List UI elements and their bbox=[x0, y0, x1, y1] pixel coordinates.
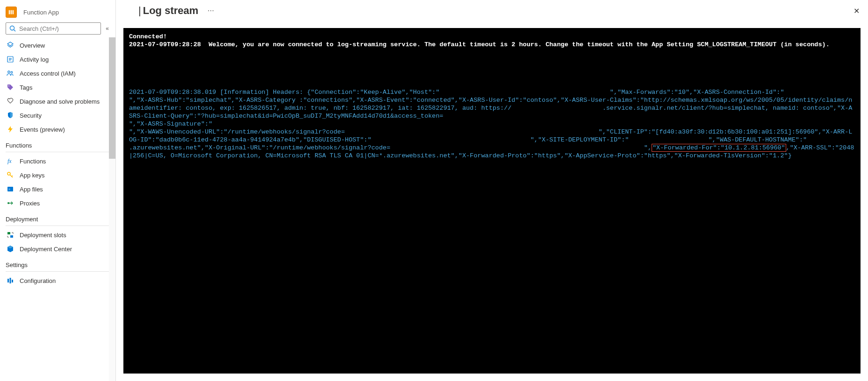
svg-point-7 bbox=[11, 71, 13, 73]
section-title-deployment: Deployment bbox=[0, 211, 115, 226]
divider bbox=[6, 226, 110, 226]
nav-label: Configuration bbox=[20, 277, 56, 284]
svg-point-8 bbox=[8, 85, 9, 86]
svg-text:=: = bbox=[8, 188, 10, 191]
sidebar-item-overview[interactable]: Overview bbox=[0, 38, 115, 52]
functions-icon: fx bbox=[7, 157, 14, 165]
function-app-icon bbox=[6, 7, 17, 18]
more-actions-button[interactable]: ⋯ bbox=[208, 7, 214, 14]
main-content: | Log stream ⋯ ✕ Connected! 2021-07-09T0… bbox=[116, 0, 868, 381]
svg-line-1 bbox=[14, 30, 16, 32]
page-title: Log stream bbox=[143, 5, 199, 17]
svg-point-15 bbox=[7, 202, 9, 204]
events-icon bbox=[7, 126, 14, 133]
sidebar-item-iam[interactable]: Access control (IAM) bbox=[0, 66, 115, 80]
nav-label: Access control (IAM) bbox=[20, 70, 76, 77]
nav-label: Overview bbox=[20, 42, 45, 49]
sidebar-header: Function App bbox=[0, 4, 115, 22]
nav-label: App keys bbox=[20, 172, 44, 179]
nav-label: Tags bbox=[20, 84, 32, 91]
key-icon bbox=[7, 171, 14, 179]
scrollbar-thumb[interactable] bbox=[109, 37, 115, 159]
close-button[interactable]: ✕ bbox=[854, 7, 860, 15]
sidebar: Function App « Overview Activity log Acc… bbox=[0, 0, 116, 381]
log-console[interactable]: Connected! 2021-07-09T09:28:28 Welcome, … bbox=[123, 28, 861, 374]
nav-label: App files bbox=[20, 186, 43, 193]
svg-rect-20 bbox=[12, 280, 13, 282]
configuration-icon bbox=[7, 277, 14, 284]
nav-label: Proxies bbox=[20, 200, 40, 207]
title-pipe: | bbox=[138, 5, 141, 17]
files-icon: = bbox=[7, 185, 14, 193]
console-log-highlight: "X-Forwarded-For":"10.1.2.81:56960" bbox=[652, 144, 786, 152]
svg-rect-19 bbox=[10, 278, 11, 283]
slots-icon bbox=[7, 231, 14, 239]
sidebar-item-security[interactable]: Security bbox=[0, 108, 115, 122]
nav-top: Overview Activity log Access control (IA… bbox=[0, 37, 115, 137]
sidebar-item-configuration[interactable]: Configuration bbox=[0, 274, 115, 288]
svg-rect-18 bbox=[7, 279, 9, 282]
sidebar-item-tags[interactable]: Tags bbox=[0, 80, 115, 94]
search-box[interactable] bbox=[6, 22, 101, 35]
svg-line-12 bbox=[12, 176, 13, 176]
deployment-center-icon bbox=[7, 245, 14, 253]
section-deployment: Deployment slots Deployment Center bbox=[0, 227, 115, 257]
sidebar-scrollbar[interactable] bbox=[109, 37, 115, 381]
section-title-functions: Functions bbox=[0, 137, 115, 152]
app-type-label: Function App bbox=[23, 9, 59, 16]
sidebar-item-app-keys[interactable]: App keys bbox=[0, 168, 115, 182]
search-icon bbox=[9, 25, 16, 32]
section-title-settings: Settings bbox=[0, 257, 115, 271]
sidebar-item-deployment-center[interactable]: Deployment Center bbox=[0, 242, 115, 256]
sidebar-item-events[interactable]: Events (preview) bbox=[0, 122, 115, 136]
proxies-icon bbox=[7, 199, 14, 207]
svg-text:fx: fx bbox=[7, 158, 12, 164]
nav-label: Functions bbox=[20, 158, 46, 165]
section-functions: fx Functions App keys = App files Proxie… bbox=[0, 153, 115, 211]
sidebar-item-deployment-slots[interactable]: Deployment slots bbox=[0, 228, 115, 242]
nav-label: Diagnose and solve problems bbox=[20, 98, 100, 105]
search-input[interactable] bbox=[19, 25, 98, 32]
nav-label: Events (preview) bbox=[20, 126, 65, 133]
diagnose-icon bbox=[7, 98, 14, 105]
collapse-sidebar-button[interactable]: « bbox=[105, 25, 110, 32]
divider bbox=[6, 152, 110, 152]
sidebar-item-proxies[interactable]: Proxies bbox=[0, 196, 115, 210]
sidebar-item-functions[interactable]: fx Functions bbox=[0, 154, 115, 168]
console-log-pre: 2021-07-09T09:28:38.019 [Information] He… bbox=[129, 89, 861, 151]
nav-label: Deployment Center bbox=[20, 246, 72, 253]
sidebar-item-activity-log[interactable]: Activity log bbox=[0, 52, 115, 66]
svg-point-6 bbox=[8, 71, 10, 73]
nav-label: Activity log bbox=[20, 56, 49, 63]
nav-label: Deployment slots bbox=[20, 232, 66, 239]
sidebar-item-app-files[interactable]: = App files bbox=[0, 182, 115, 196]
page-header: | Log stream ⋯ ✕ bbox=[116, 0, 868, 21]
tags-icon bbox=[7, 84, 14, 91]
shield-icon bbox=[7, 112, 14, 119]
svg-point-0 bbox=[10, 26, 14, 30]
overview-icon bbox=[7, 42, 14, 49]
section-settings: Configuration bbox=[0, 273, 115, 289]
divider bbox=[6, 271, 110, 272]
svg-rect-17 bbox=[10, 235, 13, 238]
console-connected: Connected! bbox=[129, 33, 167, 40]
activity-log-icon bbox=[7, 56, 14, 63]
nav-label: Security bbox=[20, 112, 42, 119]
sidebar-item-diagnose[interactable]: Diagnose and solve problems bbox=[0, 94, 115, 108]
iam-icon bbox=[7, 70, 14, 77]
svg-rect-16 bbox=[7, 232, 10, 234]
console-welcome: 2021-07-09T09:28:28 Welcome, you are now… bbox=[129, 41, 830, 48]
